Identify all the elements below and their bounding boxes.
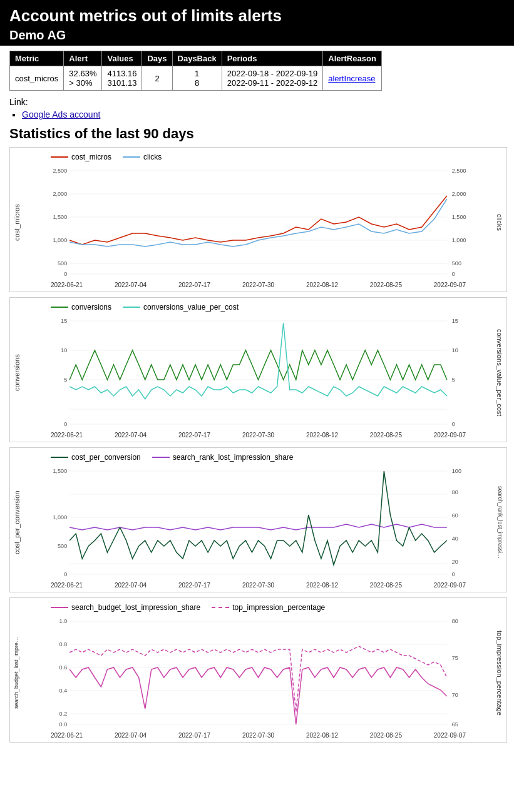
google-ads-link[interactable]: Google Ads account <box>22 109 100 119</box>
cell-values: 4113.163101.13 <box>102 66 142 91</box>
page-header: Account metrics out of limits alerts Dem… <box>0 0 514 46</box>
svg-text:80: 80 <box>452 618 458 624</box>
svg-text:75: 75 <box>452 655 458 661</box>
chart-1-legend: cost_micros clicks <box>51 153 500 161</box>
chart-2-x-labels: 2022-06-21 2022-07-04 2022-07-17 2022-07… <box>51 432 466 439</box>
svg-text:1.0: 1.0 <box>59 618 68 624</box>
svg-text:0.4: 0.4 <box>59 688 68 694</box>
chart-3-x-labels: 2022-06-21 2022-07-04 2022-07-17 2022-07… <box>51 582 466 589</box>
legend-conversions: conversions <box>51 303 111 312</box>
y-right-label-1: clicks <box>496 165 503 280</box>
svg-text:0.2: 0.2 <box>59 711 68 717</box>
col-values: Values <box>102 51 142 66</box>
legend-clicks-label: clicks <box>143 153 162 161</box>
svg-text:10: 10 <box>452 347 458 353</box>
svg-text:15: 15 <box>61 318 67 324</box>
svg-text:1,000: 1,000 <box>452 237 466 243</box>
svg-text:1,000: 1,000 <box>53 514 68 520</box>
cell-alert: 32.63%> 30% <box>64 66 102 91</box>
legend-sblis-label: search_budget_lost_impression_share <box>71 603 200 612</box>
legend-cost-micros-line <box>51 156 68 158</box>
legend-cvpc-line <box>123 307 140 308</box>
svg-text:0: 0 <box>64 421 67 427</box>
page-title: Account metrics out of limits alerts <box>9 6 505 26</box>
cell-daysback: 18 <box>172 66 222 91</box>
legend-conversions-label: conversions <box>71 303 111 312</box>
svg-text:0: 0 <box>64 271 67 277</box>
cell-periods: 2022-09-18 - 2022-09-192022-09-11 - 2022… <box>222 66 323 91</box>
link-label: Link: <box>9 97 28 107</box>
y-left-label-1: cost_micros <box>13 165 21 280</box>
svg-text:2,000: 2,000 <box>53 191 68 197</box>
chart-4: search_budget_lost_impression_share top_… <box>9 597 507 743</box>
bullet-item: Google Ads account <box>22 109 505 119</box>
chart-1-svg: 2,500 2,000 1,500 1,000 500 0 2,500 2,00… <box>44 165 472 280</box>
col-alertreason: AlertReason <box>323 51 382 66</box>
svg-text:2,500: 2,500 <box>53 168 68 174</box>
svg-text:60: 60 <box>452 512 458 519</box>
legend-cost-micros: cost_micros <box>51 153 111 161</box>
legend-tip-line <box>212 607 229 608</box>
svg-text:1,500: 1,500 <box>452 214 466 220</box>
y-left-label-3: cost_per_conversion <box>13 465 21 581</box>
legend-cvpc-label: conversions_value_per_cost <box>143 303 239 312</box>
svg-text:5: 5 <box>452 377 455 383</box>
chart-1-x-labels: 2022-06-21 2022-07-04 2022-07-17 2022-07… <box>51 282 466 288</box>
chart-2: conversions conversions_value_per_cost c… <box>9 297 507 442</box>
chart-3: cost_per_conversion search_rank_lost_imp… <box>9 447 507 592</box>
svg-text:0.6: 0.6 <box>59 664 68 671</box>
chart-2-svg: 15 10 5 0 15 10 5 0 <box>44 315 472 430</box>
svg-text:0: 0 <box>64 571 67 577</box>
svg-text:0: 0 <box>452 271 455 277</box>
chart-2-legend: conversions conversions_value_per_cost <box>51 303 500 312</box>
svg-text:0.0: 0.0 <box>59 721 68 728</box>
legend-sblis: search_budget_lost_impression_share <box>51 603 200 612</box>
svg-text:500: 500 <box>452 260 461 266</box>
stats-title: Statistics of the last 90 days <box>9 126 505 142</box>
table-row: cost_micros 32.63%> 30% 4113.163101.13 2… <box>10 66 382 91</box>
legend-srlis-line <box>152 457 170 458</box>
svg-text:15: 15 <box>452 318 458 324</box>
chart-4-svg: 1.0 0.8 0.6 0.4 0.2 0.0 80 75 70 65 <box>44 615 472 731</box>
cell-days: 2 <box>142 66 172 91</box>
legend-cpc: cost_per_conversion <box>51 453 141 462</box>
y-right-label-2: conversions_value_per_cost <box>496 315 503 430</box>
chart-3-svg: 1,500 1,000 500 0 100 80 60 40 20 0 <box>44 465 472 581</box>
legend-cpc-label: cost_per_conversion <box>71 453 141 462</box>
chart-1: cost_micros clicks cost_micros clicks 2,… <box>9 147 507 292</box>
legend-conversions-line <box>51 307 68 308</box>
svg-text:0: 0 <box>452 421 455 427</box>
svg-text:10: 10 <box>61 347 67 353</box>
svg-text:5: 5 <box>64 377 67 383</box>
col-metric: Metric <box>10 51 64 66</box>
demo-name: Demo AG <box>9 28 505 43</box>
svg-text:1,500: 1,500 <box>53 214 68 220</box>
alerts-table: Metric Alert Values Days DaysBack Period… <box>9 51 382 91</box>
col-alert: Alert <box>64 51 102 66</box>
y-right-label-3: search_rank_lost_impressi… <box>497 465 503 581</box>
chart-3-legend: cost_per_conversion search_rank_lost_imp… <box>51 453 500 462</box>
alertreason-link[interactable]: alertIncrease <box>328 74 375 83</box>
svg-text:100: 100 <box>452 468 461 474</box>
legend-clicks-line <box>123 156 140 158</box>
legend-cvpc: conversions_value_per_cost <box>123 303 239 312</box>
legend-cost-micros-label: cost_micros <box>71 153 111 161</box>
svg-text:70: 70 <box>452 692 458 698</box>
cell-alertreason: alertIncrease <box>323 66 382 91</box>
legend-tip: top_impression_percentage <box>212 603 325 612</box>
svg-text:40: 40 <box>452 535 458 542</box>
content-area: Metric Alert Values Days DaysBack Period… <box>0 46 514 753</box>
svg-text:500: 500 <box>58 260 67 266</box>
col-periods: Periods <box>222 51 323 66</box>
chart-4-legend: search_budget_lost_impression_share top_… <box>51 603 500 612</box>
svg-text:1,500: 1,500 <box>53 468 68 474</box>
svg-text:0.8: 0.8 <box>59 641 68 647</box>
y-left-label-4: search_budget_lost_impre… <box>13 615 19 731</box>
y-left-label-2: conversions <box>13 315 21 430</box>
svg-text:80: 80 <box>452 489 458 495</box>
svg-text:2,000: 2,000 <box>452 191 466 197</box>
svg-text:1,000: 1,000 <box>53 237 68 243</box>
svg-text:20: 20 <box>452 559 458 565</box>
svg-text:65: 65 <box>452 721 458 728</box>
col-days: Days <box>142 51 172 66</box>
